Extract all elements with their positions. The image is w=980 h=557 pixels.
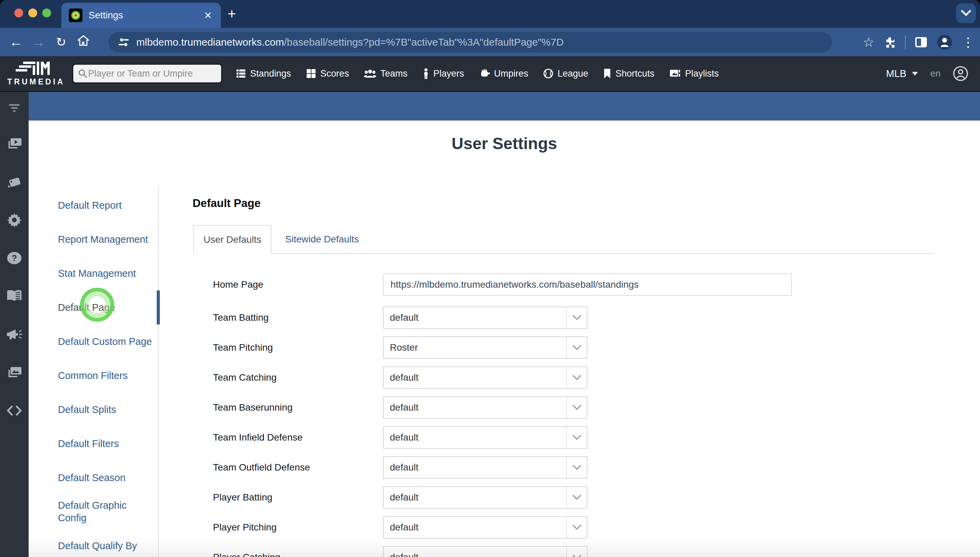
browser-tab-strip: Settings ✕ + <box>0 0 980 28</box>
select-value: default <box>384 432 566 443</box>
nav-standings[interactable]: Standings <box>236 68 291 79</box>
settings-nav-default-custom-page[interactable]: Default Custom Page <box>58 324 157 358</box>
url-domain: mlbdemo.trumedianetworks.com <box>136 36 284 48</box>
global-search[interactable] <box>72 64 222 83</box>
home-icon <box>77 35 90 46</box>
nav-teams[interactable]: Teams <box>364 68 408 79</box>
help-icon[interactable]: ? <box>0 239 29 277</box>
playlists-media-icon <box>669 68 681 79</box>
league-switcher[interactable]: MLB <box>886 68 918 79</box>
window-close-button[interactable] <box>14 8 23 17</box>
nav-label: League <box>557 68 588 79</box>
select-value: default <box>384 492 566 503</box>
nav-label: Teams <box>380 68 408 79</box>
chevron-down-icon <box>566 517 587 538</box>
tabs-baseline <box>193 253 933 254</box>
nav-playlists[interactable]: Playlists <box>669 68 719 79</box>
player-pitching-select[interactable]: default <box>383 516 588 539</box>
settings-nav-default-report[interactable]: Default Report <box>58 188 157 222</box>
language-toggle[interactable]: en <box>930 68 941 79</box>
nav-label: Scores <box>320 68 349 79</box>
teams-people-icon <box>364 68 376 79</box>
settings-nav-stat-management[interactable]: Stat Management <box>58 256 157 290</box>
forward-button[interactable]: → <box>27 34 50 50</box>
tab-search-button[interactable] <box>956 3 976 23</box>
nav-umpires[interactable]: Umpires <box>479 68 529 79</box>
browser-tab-settings[interactable]: Settings ✕ <box>61 3 221 28</box>
address-bar[interactable]: mlbdemo.trumedianetworks.com/baseball/se… <box>108 32 832 52</box>
chevron-down-icon <box>566 547 587 557</box>
nav-label: Playlists <box>685 68 719 79</box>
extensions-puzzle-icon[interactable] <box>883 36 896 49</box>
team-pitching-select[interactable]: Roster <box>383 336 588 359</box>
nav-shortcuts[interactable]: Shortcuts <box>603 68 654 79</box>
chevron-down-icon <box>961 10 971 17</box>
new-tab-button[interactable]: + <box>228 7 236 21</box>
search-input[interactable] <box>88 68 216 79</box>
announcements-megaphone-icon[interactable] <box>0 315 29 353</box>
glossary-book-icon[interactable] <box>0 277 29 315</box>
tab-favicon <box>69 8 82 22</box>
settings-nav-default-page[interactable]: Default Page <box>58 290 157 324</box>
filter-icon[interactable] <box>0 92 29 125</box>
account-icon[interactable] <box>953 66 969 81</box>
search-icon <box>78 68 88 79</box>
nav-players[interactable]: Players <box>423 68 464 79</box>
section-heading: Default Page <box>193 197 261 210</box>
field-label-player-catching: Player Catching <box>213 546 281 557</box>
field-label-player-pitching: Player Pitching <box>213 516 277 539</box>
trumedia-logo[interactable]: TRUMEDIA <box>0 61 72 86</box>
nav-scores[interactable]: Scores <box>306 68 349 79</box>
svg-text:?: ? <box>11 253 17 263</box>
url-text: mlbdemo.trumedianetworks.com/baseball/se… <box>136 36 564 48</box>
settings-nav-default-qualify-by[interactable]: Default Qualify By <box>58 529 157 557</box>
settings-nav-report-management[interactable]: Report Management <box>58 222 157 256</box>
player-batting-select[interactable]: default <box>383 486 588 509</box>
select-value: default <box>384 552 566 557</box>
tab-sitewide-defaults[interactable]: Sitewide Defaults <box>278 225 366 253</box>
scores-grid-icon <box>306 68 316 79</box>
team-outfield-defense-select[interactable]: default <box>383 456 588 479</box>
team-catching-select[interactable]: default <box>383 366 588 389</box>
reload-button[interactable]: ↻ <box>50 35 72 49</box>
nav-league[interactable]: League <box>543 68 588 79</box>
tab-title: Settings <box>88 10 203 21</box>
team-baserunning-select[interactable]: default <box>383 396 588 419</box>
chevron-down-icon <box>566 337 587 358</box>
media-gallery-icon[interactable] <box>0 353 29 391</box>
toolbar-divider <box>905 36 906 49</box>
settings-nav-default-filters[interactable]: Default Filters <box>58 427 157 461</box>
field-label-player-batting: Player Batting <box>213 486 272 509</box>
settings-nav-common-filters[interactable]: Common Filters <box>58 358 157 393</box>
select-value: default <box>384 522 566 533</box>
window-zoom-button[interactable] <box>42 8 51 17</box>
settings-gear-icon[interactable] <box>0 201 29 239</box>
home-page-input[interactable] <box>383 274 792 296</box>
chevron-down-icon <box>566 307 587 328</box>
api-code-icon[interactable] <box>0 391 29 430</box>
main-nav: Standings Scores Teams Players Umpires L… <box>236 68 719 79</box>
team-batting-select[interactable]: default <box>383 306 588 329</box>
side-panel-icon[interactable] <box>915 36 928 48</box>
card-tag-icon[interactable] <box>0 163 29 201</box>
home-button[interactable] <box>72 35 95 49</box>
player-catching-select[interactable]: default <box>383 546 588 557</box>
settings-nav-default-graphic-config[interactable]: Default Graphic Config <box>58 495 157 529</box>
window-minimize-button[interactable] <box>28 8 37 17</box>
select-value: default <box>384 372 566 383</box>
browser-menu-icon[interactable]: ⋮ <box>962 36 975 49</box>
back-button[interactable]: ← <box>5 34 27 50</box>
select-value: default <box>384 402 566 413</box>
site-settings-icon[interactable] <box>118 36 129 48</box>
tab-close-icon[interactable]: ✕ <box>203 10 213 21</box>
team-infield-defense-select[interactable]: default <box>383 426 588 449</box>
settings-nav-default-splits[interactable]: Default Splits <box>58 393 157 427</box>
bookmark-star-icon[interactable]: ☆ <box>863 35 874 50</box>
settings-nav-default-season[interactable]: Default Season <box>58 461 157 495</box>
field-label-home-page: Home Page <box>213 274 263 296</box>
tab-user-defaults[interactable]: User Defaults <box>193 225 271 254</box>
video-playlists-icon[interactable] <box>0 125 29 163</box>
profile-avatar[interactable] <box>936 34 953 50</box>
settings-nav: Default Report Report Management Stat Ma… <box>58 188 157 557</box>
field-label-team-outfield-defense: Team Outfield Defense <box>213 456 310 479</box>
